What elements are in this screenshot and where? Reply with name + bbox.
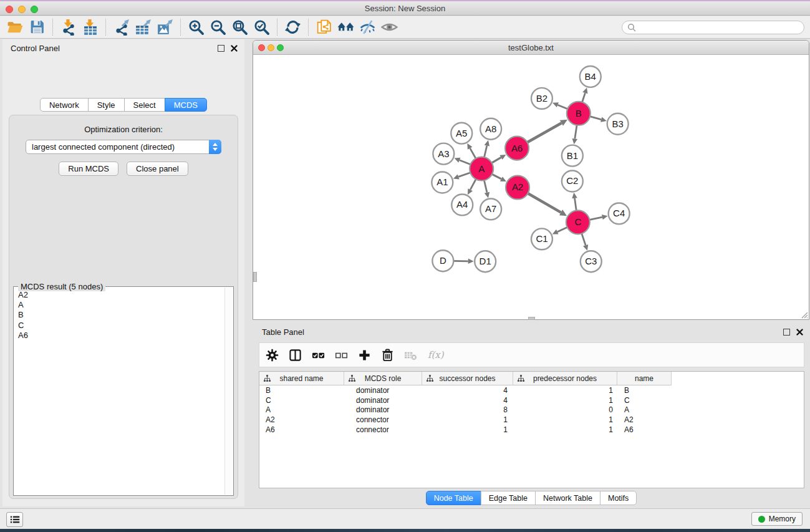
edge-A-A7[interactable] (484, 180, 487, 193)
edge-A-A5[interactable] (470, 148, 476, 159)
mcds-result-item[interactable]: A2 (18, 290, 224, 300)
search-input[interactable] (622, 21, 804, 34)
table-cell[interactable]: A (259, 405, 344, 415)
table-cell[interactable]: 8 (422, 405, 513, 415)
close-network-window-button[interactable] (258, 44, 265, 51)
table-row[interactable]: Cdominator41C (259, 395, 804, 405)
edge-A6-B[interactable] (527, 123, 562, 143)
export-table-button[interactable] (132, 17, 154, 37)
tab-select[interactable]: Select (124, 98, 165, 112)
columns-button[interactable] (289, 349, 302, 362)
edge-A-A2[interactable] (491, 174, 501, 179)
tab-motifs[interactable]: Motifs (600, 491, 637, 505)
edge-A-A3[interactable] (460, 160, 471, 165)
close-panel-icon-button[interactable] (231, 45, 238, 52)
duplicate-network-button[interactable] (313, 17, 335, 37)
table-cell[interactable]: dominator (344, 395, 422, 405)
edge-C-C3[interactable] (582, 233, 586, 245)
minimize-network-window-button[interactable] (268, 44, 274, 51)
edge-B-B3[interactable] (589, 116, 601, 119)
edge-A-A6[interactable] (491, 157, 501, 163)
table-cell[interactable]: 1 (422, 425, 513, 435)
hide-panel-button[interactable] (357, 17, 378, 37)
add-row-button[interactable] (358, 349, 371, 362)
tab-node-table[interactable]: Node Table (426, 491, 481, 505)
column-header-predecessor-nodes[interactable]: predecessor nodes (513, 372, 617, 385)
table-row[interactable]: A2connector11A2 (259, 415, 804, 425)
memory-button[interactable]: Memory (751, 512, 803, 526)
mcds-list-scrollbar[interactable] (224, 288, 233, 495)
float-panel-button[interactable] (218, 45, 224, 52)
table-row[interactable]: Adominator80A (259, 405, 804, 415)
edge-B-B2[interactable] (557, 105, 568, 109)
close-panel-button[interactable]: Close panel (127, 162, 188, 176)
edge-B-B4[interactable] (582, 93, 585, 103)
table-cell[interactable]: A2 (259, 415, 344, 425)
table-cell[interactable]: A6 (259, 425, 344, 435)
table-cell[interactable]: dominator (344, 385, 422, 395)
run-mcds-button[interactable]: Run MCDS (59, 162, 118, 176)
zoom-in-button[interactable] (185, 17, 207, 37)
edge-C-C2[interactable] (575, 198, 577, 211)
minimize-window-button[interactable] (18, 6, 26, 13)
table-cell[interactable]: 1 (422, 415, 513, 425)
zoom-selected-button[interactable] (251, 17, 272, 37)
import-network-button[interactable] (57, 17, 79, 37)
edge-A-A8[interactable] (484, 145, 487, 158)
table-cell[interactable]: C (259, 395, 344, 405)
edge-A-A4[interactable] (470, 178, 476, 190)
tab-edge-table[interactable]: Edge Table (481, 491, 536, 505)
table-cell[interactable]: C (617, 395, 672, 405)
table-cell[interactable]: 1 (513, 395, 617, 405)
maximize-window-button[interactable] (31, 6, 38, 13)
network-canvas[interactable]: AA1A2A3A4A5A6A7A8BB1B2B3B4CC1C2C3C4DD1 (253, 56, 809, 319)
table-cell[interactable]: 1 (513, 385, 617, 395)
vertical-scrollbar-thumb[interactable] (253, 272, 257, 282)
edge-C-C1[interactable] (557, 227, 568, 232)
select-all-button[interactable] (312, 349, 325, 362)
mcds-result-item[interactable]: C (18, 321, 224, 331)
edge-A2-C[interactable] (528, 193, 561, 212)
maximize-network-window-button[interactable] (277, 44, 284, 51)
panel-list-button[interactable] (6, 512, 23, 527)
close-table-panel-button[interactable] (796, 329, 803, 336)
import-table-button[interactable] (79, 17, 101, 37)
column-header-successor-nodes[interactable]: successor nodes (422, 372, 513, 385)
table-cell[interactable]: A2 (617, 415, 672, 425)
table-cell[interactable]: 1 (513, 415, 617, 425)
export-network-button[interactable] (110, 17, 132, 37)
show-panel-button[interactable] (378, 17, 400, 37)
zoom-out-button[interactable] (207, 17, 229, 37)
edge-C-C4[interactable] (589, 217, 602, 220)
delete-row-button[interactable] (381, 349, 394, 362)
open-session-button[interactable] (4, 17, 26, 37)
table-cell[interactable]: A6 (617, 425, 672, 435)
resize-grip[interactable] (800, 311, 808, 319)
column-header-name[interactable]: name (617, 372, 672, 385)
edge-A-A1[interactable] (458, 172, 471, 177)
mcds-result-item[interactable]: A (18, 300, 224, 310)
refresh-button[interactable] (282, 17, 304, 37)
column-header-MCDS-role[interactable]: MCDS role (344, 372, 422, 385)
table-cell[interactable]: 4 (422, 395, 513, 405)
tab-style[interactable]: Style (88, 98, 125, 112)
optimization-criterion-dropdown[interactable]: largest connected component (directed) (26, 140, 221, 154)
float-table-panel-button[interactable] (783, 329, 790, 336)
tab-network[interactable]: Network (40, 98, 89, 112)
mcds-result-item[interactable]: B (18, 310, 224, 320)
table-row[interactable]: A6connector11A6 (259, 425, 804, 435)
table-cell[interactable]: connector (344, 425, 422, 435)
mcds-result-item[interactable]: A6 (18, 331, 224, 341)
close-window-button[interactable] (6, 6, 13, 13)
home-view-button[interactable] (335, 17, 357, 37)
save-session-button[interactable] (26, 17, 48, 37)
table-cell[interactable]: dominator (344, 405, 422, 415)
export-image-button[interactable] (154, 17, 176, 37)
table-cell[interactable]: B (617, 385, 672, 395)
zoom-fit-button[interactable] (229, 17, 251, 37)
table-cell[interactable]: 0 (513, 405, 617, 415)
table-cell[interactable]: 1 (513, 425, 617, 435)
table-cell[interactable]: 4 (422, 385, 513, 395)
table-cell[interactable]: connector (344, 415, 422, 425)
edge-B-B1[interactable] (575, 125, 577, 139)
